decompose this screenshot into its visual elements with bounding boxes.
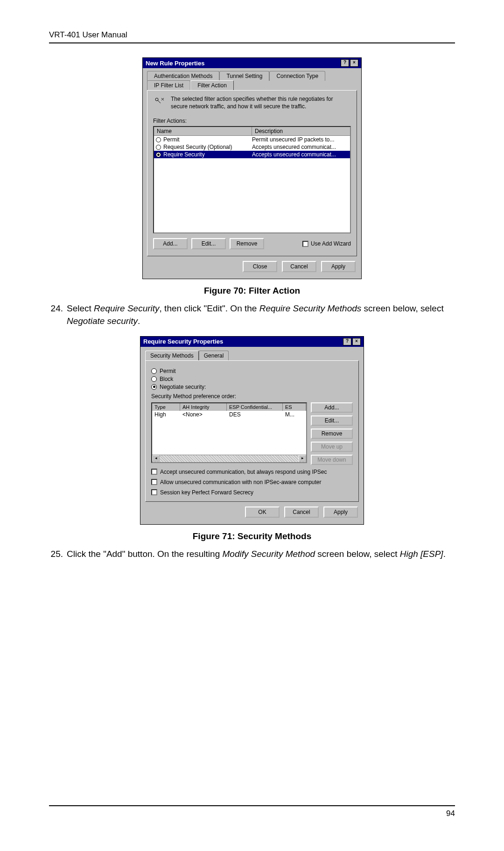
edit-button[interactable]: Edit... xyxy=(191,238,226,249)
tab-connection-type[interactable]: Connection Type xyxy=(269,71,325,81)
checkbox-label: Allow unsecured communication with non I… xyxy=(160,479,322,485)
radio-icon[interactable] xyxy=(156,137,161,142)
radio-icon[interactable] xyxy=(156,145,161,150)
row-desc: Accepts unsecured communicat... xyxy=(252,144,348,150)
help-icon[interactable]: ? xyxy=(341,59,349,67)
close-icon[interactable]: × xyxy=(350,59,358,67)
row-desc: Accepts unsecured communicat... xyxy=(252,151,348,158)
page-header: VRT-401 User Manual xyxy=(49,30,455,43)
close-icon[interactable]: × xyxy=(352,338,361,345)
check-allow-unsecured[interactable]: Allow unsecured communication with non I… xyxy=(151,479,353,485)
checkbox-icon[interactable] xyxy=(151,489,157,495)
column-name[interactable]: Name xyxy=(154,127,252,135)
tab-filter-action[interactable]: Filter Action xyxy=(190,80,234,90)
checkbox-icon[interactable] xyxy=(151,469,157,475)
emphasis: High [ESP] xyxy=(400,549,443,559)
move-down-button[interactable]: Move down xyxy=(311,455,353,465)
cell-esp: DES xyxy=(227,411,283,418)
tab-tunnel-setting[interactable]: Tunnel Setting xyxy=(219,71,269,81)
checkbox-icon[interactable] xyxy=(302,241,308,247)
check-accept-unsecured[interactable]: Accept unsecured communication, but alwa… xyxy=(151,469,353,475)
radio-block[interactable]: Block xyxy=(151,376,353,382)
methods-button-column: Add... Edit... Remove Move up Move down xyxy=(311,402,353,465)
ok-button[interactable]: OK xyxy=(245,506,280,518)
check-session-key-pfs[interactable]: Session key Perfect Forward Secrecy xyxy=(151,489,353,496)
methods-table-wrap: Type AH Integrity ESP Confidential... ES… xyxy=(151,402,307,465)
checkbox-icon[interactable] xyxy=(151,479,157,485)
col-esp-confidential[interactable]: ESP Confidential... xyxy=(227,403,283,411)
tab-ip-filter-list[interactable]: IP Filter List xyxy=(147,80,190,90)
radio-permit[interactable]: Permit xyxy=(151,368,353,374)
table-row[interactable]: High <None> DES M... xyxy=(152,411,306,418)
use-add-wizard-option[interactable]: Use Add Wizard xyxy=(302,240,351,247)
horizontal-scrollbar[interactable]: ◂ ▸ xyxy=(152,455,306,462)
document-page: VRT-401 User Manual New Rule Properties … xyxy=(0,0,504,851)
col-type[interactable]: Type xyxy=(152,403,180,411)
move-up-button[interactable]: Move up xyxy=(311,442,353,452)
tab-panel-security-methods: Permit Block Negotiate security: Securit… xyxy=(145,360,359,502)
radio-icon[interactable] xyxy=(156,152,161,157)
col-ah-integrity[interactable]: AH Integrity xyxy=(180,403,227,411)
tab-container: Authentication Methods Tunnel Setting Co… xyxy=(143,68,361,256)
radio-negotiate[interactable]: Negotiate security: xyxy=(151,384,353,390)
list-header: Name Description xyxy=(154,127,350,136)
radio-icon[interactable] xyxy=(151,376,157,382)
scroll-right-icon[interactable]: ▸ xyxy=(299,455,306,462)
radio-icon[interactable] xyxy=(151,384,157,390)
emphasis: Require Security Methods xyxy=(259,303,362,313)
cancel-button[interactable]: Cancel xyxy=(284,506,319,518)
titlebar-buttons: ? × xyxy=(341,59,358,67)
close-button[interactable]: Close xyxy=(243,261,277,272)
text-fragment: , then click "Edit". On the xyxy=(160,303,259,313)
row-name: Request Security (Optional) xyxy=(163,144,232,150)
dialog-title: Require Security Properties xyxy=(143,338,223,345)
security-methods-table[interactable]: Type AH Integrity ESP Confidential... ES… xyxy=(151,402,307,463)
tab-row-1: Authentication Methods Tunnel Setting Co… xyxy=(147,71,357,81)
apply-button[interactable]: Apply xyxy=(321,261,356,272)
text-fragment: screen below, select xyxy=(361,303,443,313)
emphasis: Require Security xyxy=(94,303,159,313)
new-rule-properties-dialog: New Rule Properties ? × Authentication M… xyxy=(142,57,362,279)
cancel-button[interactable]: Cancel xyxy=(282,261,316,272)
step-number: 24. xyxy=(49,302,67,327)
require-security-properties-dialog: Require Security Properties ? × Security… xyxy=(140,336,364,525)
column-description[interactable]: Description xyxy=(252,127,350,135)
apply-button[interactable]: Apply xyxy=(323,506,358,518)
tab-panel-filter-action: The selected filter action specifies whe… xyxy=(147,90,357,256)
titlebar-buttons: ? × xyxy=(343,338,361,345)
filter-actions-list[interactable]: Name Description Permit Permit unsecured… xyxy=(153,126,351,233)
hint-text: The selected filter action specifies whe… xyxy=(171,95,351,110)
add-button[interactable]: Add... xyxy=(311,402,353,413)
page-number: 94 xyxy=(446,809,455,818)
row-desc: Permit unsecured IP packets to... xyxy=(252,136,348,143)
tab-auth-methods[interactable]: Authentication Methods xyxy=(147,71,219,81)
help-icon[interactable]: ? xyxy=(343,338,351,345)
list-row-require-security[interactable]: Require Security Accepts unsecured commu… xyxy=(154,151,350,158)
col-es[interactable]: ES xyxy=(283,403,306,411)
cell-type: High xyxy=(152,411,180,418)
instruction-24: 24. Select Require Security, then click … xyxy=(49,302,455,327)
hint-row: The selected filter action specifies whe… xyxy=(153,95,351,110)
methods-area: Type AH Integrity ESP Confidential... ES… xyxy=(151,402,353,465)
text-fragment: Click the "Add" button. On the resulting xyxy=(67,549,223,559)
list-row-request-security[interactable]: Request Security (Optional) Accepts unse… xyxy=(154,143,350,151)
remove-button[interactable]: Remove xyxy=(311,429,353,439)
tab-row-2: IP Filter List Filter Action xyxy=(147,80,357,90)
dialog-footer: Close Cancel Apply xyxy=(143,256,361,279)
radio-label: Block xyxy=(160,376,173,382)
figure-71-block: Require Security Properties ? × Security… xyxy=(49,336,455,542)
tab-security-methods[interactable]: Security Methods xyxy=(145,351,199,360)
tab-general[interactable]: General xyxy=(199,351,229,360)
checkbox-label: Session key Perfect Forward Secrecy xyxy=(160,489,253,496)
radio-icon[interactable] xyxy=(151,368,157,374)
figure-70-block: New Rule Properties ? × Authentication M… xyxy=(49,57,455,296)
page-footer: 94 xyxy=(49,805,455,818)
remove-button[interactable]: Remove xyxy=(230,238,264,249)
add-button[interactable]: Add... xyxy=(153,238,188,249)
text-fragment: screen below, select xyxy=(315,549,400,559)
tab-container: Security Methods General Permit Block Ne… xyxy=(140,347,364,502)
scroll-left-icon[interactable]: ◂ xyxy=(152,455,160,462)
edit-button[interactable]: Edit... xyxy=(311,415,353,426)
emphasis: Modify Security Method xyxy=(223,549,315,559)
list-row-permit[interactable]: Permit Permit unsecured IP packets to... xyxy=(154,136,350,143)
